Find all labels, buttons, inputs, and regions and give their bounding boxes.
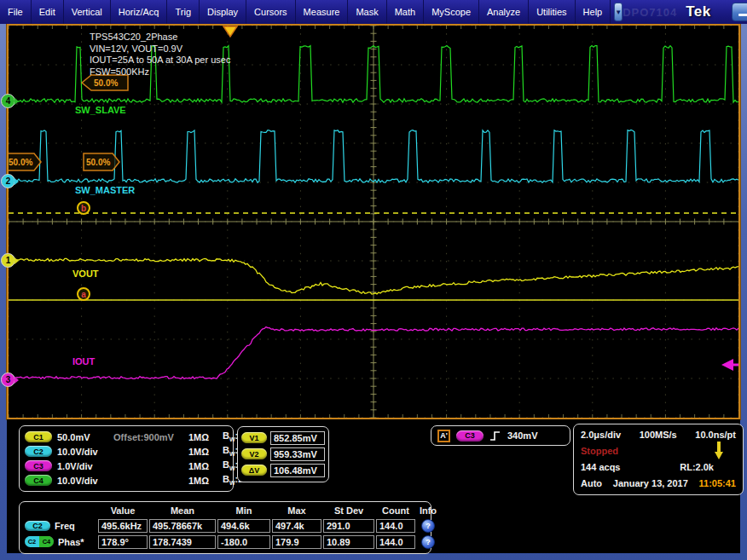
cursor-dv-row: ΔV 106.48mV bbox=[241, 462, 325, 478]
ch1-offset: Offset:900mV bbox=[113, 432, 187, 442]
cursor-v1-row: V1 852.85mV bbox=[241, 430, 325, 446]
ch3-badge[interactable]: C3 bbox=[25, 460, 52, 471]
ch3-position-marker[interactable]: 3 bbox=[1, 372, 15, 387]
readout-zone: C1 50.0mV Offset:900mV 1MΩ BW:20.0M C2 1… bbox=[7, 419, 740, 553]
time-label: 11:05:41 bbox=[699, 478, 736, 488]
menu-cursors[interactable]: Cursors bbox=[246, 0, 296, 24]
menu-horiz-acq[interactable]: Horiz/Acq bbox=[111, 0, 168, 24]
menu-trig[interactable]: Trig bbox=[167, 0, 200, 24]
ch2-marker-number: 2 bbox=[6, 176, 11, 186]
trigger-source-badge[interactable]: C3 bbox=[456, 430, 484, 442]
svg-text:50.0%: 50.0% bbox=[94, 78, 118, 88]
trigger-readout-panel: A' C3 340mV bbox=[431, 425, 570, 446]
phase-max: 179.9 bbox=[272, 535, 321, 549]
annotation-line: IOUT=25A to 50A at 30A per usec bbox=[90, 55, 230, 66]
delta-v-badge[interactable]: ΔV bbox=[241, 465, 267, 476]
ch2-scale: 10.0V/div bbox=[57, 447, 112, 457]
header-info: Info bbox=[417, 505, 439, 516]
ch1-marker-arrow-icon bbox=[14, 257, 19, 264]
phase-value: 178.9° bbox=[98, 535, 148, 549]
menu-utilities[interactable]: Utilities bbox=[529, 0, 575, 24]
cursor-b-handle[interactable]: b bbox=[78, 202, 90, 214]
ch4-badge[interactable]: C4 bbox=[25, 475, 52, 486]
chevron-down-icon: ▼ bbox=[615, 9, 622, 16]
ch2-impedance: 1MΩ bbox=[188, 447, 221, 457]
phase-source-badge[interactable]: C2C4 bbox=[25, 536, 54, 547]
svg-text:50.0%: 50.0% bbox=[86, 158, 110, 167]
ch2-position-marker[interactable]: 2 bbox=[1, 174, 15, 188]
delta-v-value: 106.48mV bbox=[270, 464, 325, 477]
v1-badge[interactable]: V1 bbox=[241, 432, 267, 443]
ch4-scale: 10.0V/div bbox=[57, 476, 112, 486]
title-bar: File Edit Vertical Horiz/Acq Trig Displa… bbox=[0, 0, 747, 24]
sample-resolution: 10.0ns/pt bbox=[695, 430, 736, 440]
setup-annotation: TPS543C20_2Phase VIN=12V, VOUT=0.9V IOUT… bbox=[90, 32, 230, 78]
phase-info-icon[interactable]: ? bbox=[421, 535, 435, 549]
annotation-line: FSW=500KHz bbox=[90, 66, 230, 78]
ch3-level-arrow[interactable] bbox=[721, 359, 738, 371]
ch4-label: SW_SLAVE bbox=[75, 105, 126, 115]
acquisition-state: Stopped bbox=[581, 446, 618, 456]
freq-source-badge[interactable]: C2 bbox=[25, 521, 50, 531]
marker-down-icon bbox=[714, 442, 724, 460]
master-duty-badge-1[interactable]: 50.0% bbox=[9, 153, 41, 170]
trigger-a-badge[interactable]: A' bbox=[437, 430, 450, 442]
freq-min: 494.6k bbox=[217, 519, 270, 533]
waveform-display[interactable]: 50.0% 50.0% 50.0% b a TPS543C20_2Phase V… bbox=[7, 24, 740, 419]
header-value: Value bbox=[98, 505, 148, 516]
oscilloscope-screen: { "titlebar": { "model": "DPO7104", "bra… bbox=[0, 0, 747, 560]
tek-logo: Tek bbox=[686, 3, 711, 20]
header-mean: Mean bbox=[149, 505, 216, 516]
minimize-button[interactable] bbox=[732, 3, 747, 21]
cursor-v2-row: V2 959.33mV bbox=[241, 446, 325, 462]
ch1-impedance: 1MΩ bbox=[188, 432, 221, 442]
menu-display[interactable]: Display bbox=[200, 0, 246, 24]
ch3-marker-arrow-icon bbox=[14, 377, 19, 384]
menu-vertical[interactable]: Vertical bbox=[64, 0, 111, 24]
annotation-line: TPS543C20_2Phase bbox=[90, 32, 230, 43]
ch1-scale: 50.0mV bbox=[57, 432, 112, 442]
trigger-mode: Auto bbox=[581, 478, 602, 488]
v2-badge[interactable]: V2 bbox=[241, 448, 267, 459]
ch2-badge[interactable]: C2 bbox=[25, 446, 52, 457]
menu-file[interactable]: File bbox=[0, 0, 32, 24]
ch3-label: IOUT bbox=[72, 356, 95, 367]
timebase-scale: 2.0μs/div bbox=[581, 430, 621, 440]
menu-overflow-button[interactable]: ▼ bbox=[614, 3, 622, 21]
ch1-badge[interactable]: C1 bbox=[25, 431, 52, 442]
ch4-position-marker[interactable]: 4 bbox=[1, 94, 15, 108]
channel-settings-panel: C1 50.0mV Offset:900mV 1MΩ BW:20.0M C2 1… bbox=[19, 425, 234, 492]
phase-stdev: 10.89 bbox=[323, 535, 374, 549]
svg-text:a: a bbox=[81, 290, 86, 299]
menu-myscope[interactable]: MyScope bbox=[424, 0, 479, 24]
menu-measure[interactable]: Measure bbox=[296, 0, 349, 24]
menu-analyze[interactable]: Analyze bbox=[479, 0, 529, 24]
ch4-impedance: 1MΩ bbox=[188, 476, 221, 486]
measurement-header-row: Value Mean Min Max St Dev Count Info bbox=[25, 504, 426, 517]
measurement-panel: Value Mean Min Max St Dev Count Info C2 … bbox=[19, 501, 431, 554]
freq-info-icon[interactable]: ? bbox=[421, 519, 435, 533]
ch2-settings-row: C2 10.0V/div 1MΩ BW:20.0M bbox=[25, 444, 228, 459]
minimize-icon bbox=[738, 14, 747, 16]
v1-value: 852.85mV bbox=[270, 431, 325, 445]
svg-text:b: b bbox=[81, 204, 86, 213]
phase-mean: 178.7439 bbox=[149, 535, 216, 549]
model-label: DPO7104 bbox=[622, 6, 677, 19]
header-count: Count bbox=[376, 505, 415, 516]
ch4-marker-arrow-icon bbox=[14, 98, 19, 105]
master-duty-badge-2[interactable]: 50.0% bbox=[84, 153, 119, 170]
menu-math[interactable]: Math bbox=[387, 0, 424, 24]
menu-help[interactable]: Help bbox=[576, 0, 611, 24]
annotation-line: VIN=12V, VOUT=0.9V bbox=[90, 43, 230, 55]
menu-bar: File Edit Vertical Horiz/Acq Trig Displa… bbox=[0, 0, 611, 24]
ch1-settings-row: C1 50.0mV Offset:900mV 1MΩ BW:20.0M bbox=[25, 430, 228, 444]
ch1-label: VOUT bbox=[72, 268, 99, 279]
freq-mean: 495.78667k bbox=[149, 519, 216, 533]
cursor-a-handle[interactable]: a bbox=[78, 288, 90, 300]
phase-count: 144.0 bbox=[376, 535, 415, 549]
menu-edit[interactable]: Edit bbox=[32, 0, 64, 24]
ch3-impedance: 1MΩ bbox=[188, 461, 221, 471]
ch1-position-marker[interactable]: 1 bbox=[1, 253, 15, 268]
ch3-marker-number: 3 bbox=[6, 375, 11, 384]
menu-mask[interactable]: Mask bbox=[348, 0, 386, 24]
